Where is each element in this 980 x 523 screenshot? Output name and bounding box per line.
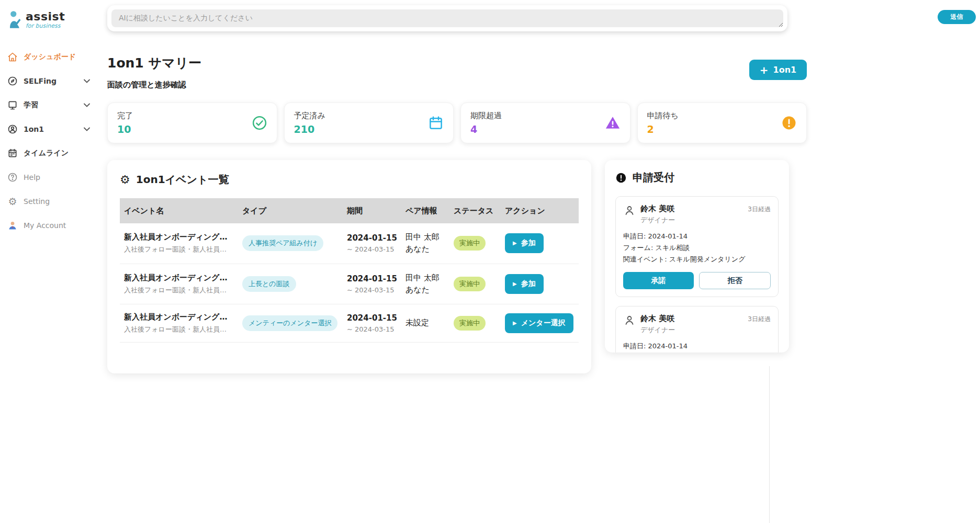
sidebar-item-label: タイムライン: [24, 149, 69, 158]
accept-button[interactable]: 承諾: [623, 272, 694, 289]
events-table-header: イベント名 タイプ 期間 ペア情報 ステータス アクション: [120, 198, 579, 223]
brand-name: assist: [26, 10, 65, 22]
stat-label: 期限超過: [470, 111, 502, 121]
vertical-divider: [769, 366, 770, 523]
request-name: 鈴木 美咲: [640, 204, 675, 214]
requests-card-title: 申請受付: [633, 170, 674, 185]
action-label: 参加: [521, 238, 536, 248]
request-elapsed: 3日経過: [748, 314, 771, 324]
type-badge: メンティーのメンター選択: [242, 315, 337, 331]
sidebar-item-1on1[interactable]: 1on1: [0, 117, 97, 141]
select-mentor-button[interactable]: ▶ メンター選択: [505, 313, 573, 333]
column-header: ペア情報: [401, 206, 449, 216]
events-card: ⚙ 1on1イベント一覧 イベント名 タイプ 期間 ペア情報 ステータス アクシ…: [107, 160, 591, 373]
request-actions: 承諾 拒否: [623, 272, 771, 289]
event-period-cell: 2024-01-15 ~ 2024-03-15: [343, 233, 401, 253]
table-row: 新入社員オンボーディング… 入社後フォロー面談・新人社員… 上長との面談 202…: [120, 264, 579, 305]
request-person: 鈴木 美咲 デザイナー: [640, 314, 675, 335]
period-start: 2024-01-15: [347, 313, 397, 323]
dashboard-content: 1on1 サマリー 面談の管理と進捗確認 + 1on1 完了 10: [97, 39, 807, 373]
action-cell: ▶ メンター選択: [501, 313, 579, 333]
stat-card-completed: 完了 10: [107, 103, 277, 143]
period-end: ~ 2024-03-15: [347, 245, 397, 253]
stat-value: 2: [647, 123, 679, 135]
send-button[interactable]: 送信: [938, 10, 976, 24]
pair-line: あなた: [405, 243, 445, 255]
action-label: 参加: [521, 279, 536, 289]
exclamation-circle-icon: [781, 115, 797, 131]
join-button[interactable]: ▶ 参加: [505, 233, 544, 253]
pair-line: 未設定: [405, 317, 445, 329]
sidebar-item-setting[interactable]: ⚙ Setting: [0, 189, 97, 213]
type-badge: 人事推奨ペア組み付け: [242, 235, 323, 251]
join-button[interactable]: ▶ 参加: [505, 274, 544, 294]
stat-text: 予定済み 210: [294, 111, 325, 135]
sidebar-item-learning[interactable]: 学習: [0, 93, 97, 117]
sidebar-item-label: 1on1: [24, 125, 44, 133]
request-person: 鈴木 美咲 デザイナー: [640, 204, 675, 225]
stat-card-overdue: 期限超過 4: [460, 103, 630, 143]
main-area: 送信 1on1 サマリー 面談の管理と進捗確認 + 1on1 完了: [97, 0, 980, 523]
ai-chat-input[interactable]: [111, 9, 783, 27]
table-row: 新入社員オンボーディング… 入社後フォロー面談・新人社員… 人事推奨ペア組み付け…: [120, 223, 579, 264]
pair-line: 田中 太郎: [405, 231, 445, 243]
chevron-down-icon: [84, 127, 90, 131]
pair-info-cell: 未設定: [401, 317, 449, 329]
status-badge: 実施中: [454, 316, 486, 331]
stat-label: 申請待ち: [647, 111, 679, 121]
column-header: 期間: [343, 206, 401, 216]
action-cell: ▶ 参加: [501, 233, 579, 253]
app-root: assist for business ダッシュボード SELFing 学習: [0, 0, 980, 523]
stat-text: 申請待ち 2: [647, 111, 679, 135]
request-card: 鈴木 美咲 デザイナー 3日経過 申請日: 2024-01-14 フォーム: ス…: [615, 306, 779, 353]
pair-info-cell: 田中 太郎 あなた: [401, 231, 449, 256]
gear-icon: ⚙: [120, 174, 130, 186]
sidebar-item-help[interactable]: Help: [0, 165, 97, 189]
request-details: 申請日: 2024-01-14 フォーム: スキル相談 関連イベント: スキル開…: [623, 231, 771, 265]
brand-tagline: for business: [26, 23, 65, 29]
request-header: 鈴木 美咲 デザイナー 3日経過: [623, 314, 771, 335]
person-icon: [623, 314, 636, 326]
selfing-compass-icon: [7, 76, 18, 86]
brand-text: assist for business: [26, 10, 65, 29]
event-period-cell: 2024-01-15 ~ 2024-03-15: [343, 274, 401, 294]
sidebar-item-label: Setting: [24, 197, 50, 206]
stat-text: 期限超過 4: [470, 111, 502, 135]
pair-info-cell: 田中 太郎 あなた: [401, 272, 449, 297]
stat-cards: 完了 10 予定済み 210 期限超過 4: [107, 103, 807, 143]
sidebar-item-selfing[interactable]: SELFing: [0, 69, 97, 93]
requests-card: 申請受付 鈴木 美咲 デザイナー 3日経過: [605, 160, 789, 353]
stat-card-scheduled: 予定済み 210: [284, 103, 454, 143]
stat-value: 10: [117, 123, 133, 135]
sidebar-item-my-account[interactable]: My Account: [0, 213, 97, 237]
request-details: 申請日: 2024-01-14 フォーム: スキル相談: [623, 340, 771, 353]
help-icon: [7, 172, 18, 183]
request-name: 鈴木 美咲: [640, 314, 675, 324]
events-table: イベント名 タイプ 期間 ペア情報 ステータス アクション 新入社員オンボーディ…: [120, 198, 579, 343]
play-icon: ▶: [513, 241, 517, 246]
pair-line: 田中 太郎: [405, 272, 445, 284]
status-badge: 実施中: [454, 236, 486, 251]
request-related: 関連イベント: スキル開発メンタリング: [623, 254, 771, 265]
sidebar-item-label: SELFing: [24, 77, 57, 85]
status-badge: 実施中: [454, 277, 486, 291]
request-card: 鈴木 美咲 デザイナー 3日経過 申請日: 2024-01-14 フォーム: ス…: [615, 196, 779, 297]
page-header-text: 1on1 サマリー 面談の管理と進捗確認: [107, 54, 201, 90]
event-type-cell: メンティーのメンター選択: [238, 315, 343, 331]
events-card-title: 1on1イベント一覧: [136, 173, 229, 187]
request-role: デザイナー: [640, 215, 675, 225]
add-1on1-button[interactable]: + 1on1: [749, 60, 807, 80]
sidebar-nav: ダッシュボード SELFing 学習 1on1 タイムライン: [0, 45, 97, 237]
event-type-cell: 人事推奨ペア組み付け: [238, 235, 343, 251]
play-icon: ▶: [513, 321, 517, 326]
request-form: フォーム: スキル相談: [623, 242, 771, 254]
stat-card-pending: 申請待ち 2: [637, 103, 807, 143]
event-name-cell: 新入社員オンボーディング… 入社後フォロー面談・新人社員…: [120, 312, 238, 334]
sidebar-item-timeline[interactable]: タイムライン: [0, 141, 97, 165]
event-name: 新入社員オンボーディング…: [124, 312, 234, 322]
warning-triangle-icon: [605, 115, 621, 131]
brand-logo[interactable]: assist for business: [0, 7, 97, 45]
sidebar-item-dashboard[interactable]: ダッシュボード: [0, 45, 97, 69]
reject-button[interactable]: 拒否: [699, 272, 771, 289]
event-name-cell: 新入社員オンボーディング… 入社後フォロー面談・新人社員…: [120, 232, 238, 254]
